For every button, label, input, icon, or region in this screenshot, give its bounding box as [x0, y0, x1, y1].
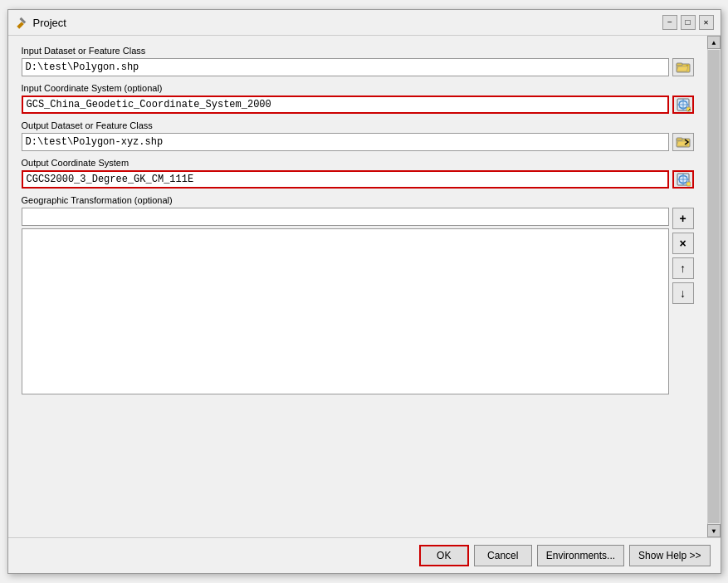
ok-button[interactable]: OK	[419, 545, 469, 566]
output-coordinate-row	[22, 170, 694, 189]
svg-marker-4	[677, 66, 688, 71]
bottom-bar: OK Cancel Environments... Show Help >>	[8, 537, 721, 573]
add-transform-button[interactable]: +	[672, 208, 694, 229]
geo-transform-buttons: + × ↑ ↓	[672, 208, 694, 394]
folder-arrow-icon	[676, 135, 691, 149]
geo-transform-group: Geographic Transformation (optional) + ×…	[22, 195, 694, 394]
main-panel: Input Dataset or Feature Class In	[8, 36, 707, 537]
geo-transform-field[interactable]	[22, 208, 669, 226]
input-coordinate-field[interactable]	[22, 96, 669, 114]
input-dataset-field[interactable]	[22, 58, 669, 76]
minimize-button[interactable]: −	[662, 15, 677, 30]
input-dataset-label: Input Dataset or Feature Class	[22, 46, 694, 56]
geo-transform-area: + × ↑ ↓	[22, 208, 694, 394]
input-coordinate-row: ↗	[22, 96, 694, 114]
output-dataset-field[interactable]	[22, 133, 669, 151]
input-dataset-browse-button[interactable]	[672, 58, 694, 76]
output-dataset-row	[22, 133, 694, 151]
coordinate-browse-icon: ↗	[676, 97, 691, 112]
input-coordinate-group: Input Coordinate System (optional) ↗	[22, 83, 694, 114]
scroll-up-button[interactable]: ▲	[707, 36, 721, 49]
scroll-bar: ▲ ▼	[707, 36, 721, 537]
svg-rect-3	[677, 63, 682, 66]
svg-rect-12	[677, 138, 682, 140]
close-button[interactable]: ✕	[699, 15, 714, 30]
hammer-icon	[15, 16, 28, 29]
output-coordinate-field[interactable]	[22, 170, 669, 189]
output-coordinate-browse-button[interactable]	[672, 170, 694, 189]
svg-text:↗: ↗	[687, 107, 691, 112]
geo-transform-list[interactable]	[22, 228, 669, 394]
maximize-button[interactable]: □	[681, 15, 696, 30]
move-down-button[interactable]: ↓	[672, 282, 694, 304]
geo-transform-left	[22, 208, 669, 394]
output-coordinate-icon	[676, 172, 691, 187]
cancel-button[interactable]: Cancel	[474, 545, 532, 566]
scroll-thumb[interactable]	[708, 50, 720, 523]
input-dataset-group: Input Dataset or Feature Class	[22, 46, 694, 76]
input-dataset-row	[22, 58, 694, 76]
scroll-down-button[interactable]: ▼	[707, 524, 721, 537]
output-coordinate-group: Output Coordinate System	[22, 158, 694, 189]
project-dialog: Project − □ ✕ Input Dataset or Feature C…	[7, 9, 721, 574]
folder-open-icon	[676, 60, 691, 75]
geo-transform-label: Geographic Transformation (optional)	[22, 195, 694, 205]
move-up-button[interactable]: ↑	[672, 257, 694, 279]
output-dataset-label: Output Dataset or Feature Class	[22, 120, 694, 130]
input-coordinate-browse-button[interactable]: ↗	[672, 96, 694, 114]
input-coordinate-label: Input Coordinate System (optional)	[22, 83, 694, 93]
content-area: Input Dataset or Feature Class In	[8, 36, 721, 537]
svg-rect-1	[19, 17, 26, 24]
svg-rect-18	[686, 182, 691, 186]
title-bar: Project − □ ✕	[8, 10, 721, 36]
remove-transform-button[interactable]: ×	[672, 233, 694, 254]
show-help-button[interactable]: Show Help >>	[629, 545, 710, 566]
svg-rect-0	[17, 22, 23, 28]
output-coordinate-label: Output Coordinate System	[22, 158, 694, 168]
window-controls: − □ ✕	[662, 15, 714, 30]
environments-button[interactable]: Environments...	[537, 545, 624, 566]
title-bar-left: Project	[15, 16, 66, 29]
window-title: Project	[33, 17, 66, 29]
output-dataset-browse-button[interactable]	[672, 133, 694, 151]
output-dataset-group: Output Dataset or Feature Class	[22, 120, 694, 151]
